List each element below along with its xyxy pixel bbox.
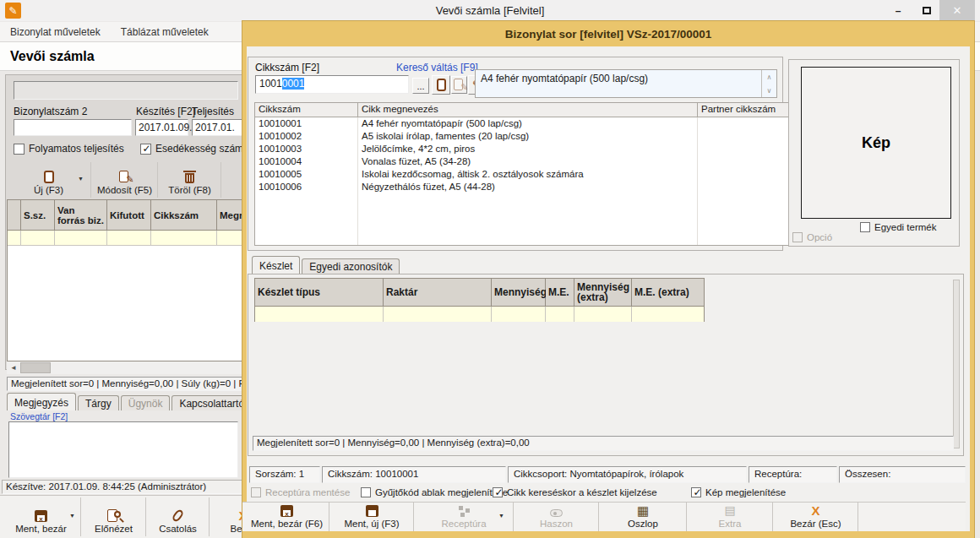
opcio-checkbox-box[interactable] xyxy=(792,232,803,242)
folyamatos-checkbox-box[interactable] xyxy=(14,144,24,155)
save-dropdown-icon[interactable]: ▼ xyxy=(69,513,75,519)
tab-keszlet[interactable]: Készlet xyxy=(252,256,300,274)
dialog-title[interactable]: Bizonylat sor [felvitel] VSz-2017/00001 xyxy=(242,21,974,46)
grid-header-ssz[interactable]: S.sz. xyxy=(21,200,55,230)
cikkszam-input[interactable]: 10010001 xyxy=(255,75,409,94)
minimize-button[interactable]: – xyxy=(885,0,911,21)
dlg-haszon-button[interactable]: Haszon xyxy=(514,503,599,531)
stock-header-mennyiseg-extra[interactable]: Mennyiség (extra) xyxy=(574,279,632,306)
new-dropdown-icon[interactable]: ▼ xyxy=(78,176,84,182)
keszlet-kijelzes-box[interactable] xyxy=(493,487,503,497)
edit-item-icon: ✎ xyxy=(454,79,466,91)
item-row[interactable]: 10010006 Négyzethálós füzet, A5 (44-28) xyxy=(255,181,788,193)
receptura-dropdown-icon[interactable]: ▼ xyxy=(498,513,504,519)
more-button[interactable]: ... xyxy=(412,78,429,94)
bizonylatszam-label: Bizonylatszám 2 xyxy=(14,106,87,117)
item-row[interactable]: 10010002 A5 iskolai írólap, famentes (20… xyxy=(255,130,788,143)
item-code: 10010001 xyxy=(255,117,358,130)
item-code: 10010003 xyxy=(255,143,358,155)
kereso-valtas-link[interactable]: Kereső váltás [F9] xyxy=(396,62,478,73)
menu-tablazat-muveletek[interactable]: Táblázat műveletek xyxy=(121,26,209,38)
folyamatos-checkbox[interactable]: Folyamatos teljesítés xyxy=(14,143,124,155)
item-name: Jelölőcímke, 4*2 cm, piros xyxy=(358,143,698,155)
cikkszam-label: Cikkszám [F2] xyxy=(255,62,319,73)
item-row[interactable]: 10010004 Vonalas füzet, A5 (34-28) xyxy=(255,155,788,168)
tab-kapcsolattarto[interactable]: Kapcsolattartó xyxy=(172,395,242,410)
dlg-save-new-button[interactable]: Ment, új (F3) xyxy=(330,503,414,531)
esedekesseg-checkbox-box[interactable] xyxy=(140,144,151,155)
tab-ugynok[interactable]: Ügynök xyxy=(121,395,171,410)
egyedi-checkbox-label: Egyedi termék xyxy=(874,222,937,232)
preview-button[interactable]: Előnézet xyxy=(82,497,146,536)
stock-header-mennyiseg[interactable]: Mennyiség xyxy=(492,279,546,306)
stock-header-me-extra[interactable]: M.E. (extra) xyxy=(632,279,704,306)
opcio-checkbox[interactable]: Opció xyxy=(792,232,832,242)
egyedi-termek-checkbox[interactable]: Egyedi termék xyxy=(860,222,937,232)
item-code: 10010005 xyxy=(255,168,358,181)
invoice-lines-grid: S.sz. Van forrás biz. Kifutott Cikkszám … xyxy=(7,199,253,361)
edit-item-button[interactable]: ✎ xyxy=(451,76,467,94)
keszlet-kijelzes-checkbox[interactable]: Cikk kereséskor a készlet kijelzése xyxy=(493,487,657,497)
kep-megjelenites-checkbox[interactable]: Kép megjelenítése xyxy=(691,487,786,497)
items-list: Cikkszám Cikk megnevezés Partner cikkszá… xyxy=(254,102,789,246)
item-row[interactable]: 10010005 Iskolai kezdőcsomag, áltisk 2. … xyxy=(255,168,788,181)
stock-header-raktar[interactable]: Raktár xyxy=(384,279,492,306)
grid-header-kifutott[interactable]: Kifutott xyxy=(107,200,151,230)
items-header-partner[interactable]: Partner cikkszám xyxy=(698,103,788,117)
grid-header-vanforras[interactable]: Van forrás biz. xyxy=(55,200,107,230)
tab-megjegyzes[interactable]: Megjegyzés xyxy=(7,393,76,410)
new-item-button[interactable] xyxy=(432,75,450,95)
receptura-mentese-checkbox[interactable]: Receptúra mentése xyxy=(251,487,350,497)
tab-targy[interactable]: Tárgy xyxy=(78,395,119,410)
edit-button-label: Módosít (F5) xyxy=(97,185,152,195)
dlg-save-close-button[interactable]: x Ment, bezár (F6) xyxy=(245,503,329,531)
horizontal-scrollbar[interactable]: ◄ xyxy=(7,361,242,374)
stock-empty-row[interactable] xyxy=(255,307,704,322)
spinner-down-icon[interactable]: ∨ xyxy=(762,84,776,97)
attach-button[interactable]: Csatolás xyxy=(147,497,210,536)
teljesites-input[interactable]: 2017.01. xyxy=(192,119,244,136)
attach-label: Csatolás xyxy=(159,524,197,534)
item-row[interactable]: 10010003 Jelölőcímke, 4*2 cm, piros xyxy=(255,143,788,155)
tab-egyedi-azonositok[interactable]: Egyedi azonosítók xyxy=(302,258,400,274)
spinner-up-icon[interactable]: ∧ xyxy=(762,70,776,84)
dlg-extra-button[interactable]: ▤ Extra xyxy=(688,503,773,531)
keszites-input[interactable]: 2017.01.09. xyxy=(135,119,188,136)
edit-button[interactable]: ✎ Módosít (F5) xyxy=(92,162,158,198)
grid-header-cikkszam[interactable]: Cikkszám xyxy=(151,200,217,230)
receptura-mentese-box[interactable] xyxy=(251,487,261,497)
window-title: Vevői számla [Felvitel] xyxy=(0,0,980,21)
memo-textarea[interactable] xyxy=(8,421,238,478)
stock-table: Készlet típus Raktár Mennyiség M.E. Menn… xyxy=(254,278,705,322)
bizonylatszam-input[interactable] xyxy=(14,119,132,136)
scroll-left-icon[interactable]: ◄ xyxy=(7,364,20,372)
stock-header-tipus[interactable]: Készlet típus xyxy=(255,279,384,306)
new-button[interactable]: Új (F3) ▼ xyxy=(7,162,91,198)
close-button[interactable]: ✕ xyxy=(939,0,975,21)
kep-megjelenites-box[interactable] xyxy=(691,487,701,497)
dlg-close-label: Bezár (Esc) xyxy=(790,519,841,529)
save-close-button[interactable]: x Ment, bezár ▼ xyxy=(2,497,81,536)
szovegtar-link[interactable]: Szövegtár [F2] xyxy=(10,411,68,421)
memo-tabs: Megjegyzés Tárgy Ügynök Kapcsolattartó B… xyxy=(7,393,242,410)
maximize-button[interactable] xyxy=(914,0,939,21)
dlg-receptura-button[interactable]: Receptúra ▼ xyxy=(415,503,514,531)
egyedi-checkbox-box[interactable] xyxy=(860,222,870,232)
item-partner xyxy=(698,117,788,130)
items-header-name[interactable]: Cikk megnevezés xyxy=(358,103,698,117)
stock-header-me[interactable]: M.E. xyxy=(546,279,574,306)
stock-vertical-scrollbar[interactable] xyxy=(953,280,960,448)
grid-empty-row[interactable] xyxy=(8,231,253,246)
gyujtokod-checkbox[interactable]: Gyűjtőkód ablak megjelenítése xyxy=(361,487,508,497)
delete-button[interactable]: Töröl (F8) xyxy=(159,162,221,198)
partner-field[interactable] xyxy=(14,81,238,100)
items-header-code[interactable]: Cikkszám xyxy=(255,103,358,117)
menu-bizonylat-muveletek[interactable]: Bizonylat műveletek xyxy=(10,26,101,38)
item-partner xyxy=(698,181,788,193)
dlg-oszlop-button[interactable]: ▦ Oszlop xyxy=(600,503,687,531)
save-close-icon: x xyxy=(35,510,47,522)
dlg-close-button[interactable]: X Bezár (Esc) xyxy=(774,503,858,531)
scrollbar-thumb[interactable] xyxy=(20,362,51,373)
item-row[interactable]: 10010001 A4 fehér nyomtatópapír (500 lap… xyxy=(255,117,788,130)
gyujtokod-box[interactable] xyxy=(361,487,371,497)
